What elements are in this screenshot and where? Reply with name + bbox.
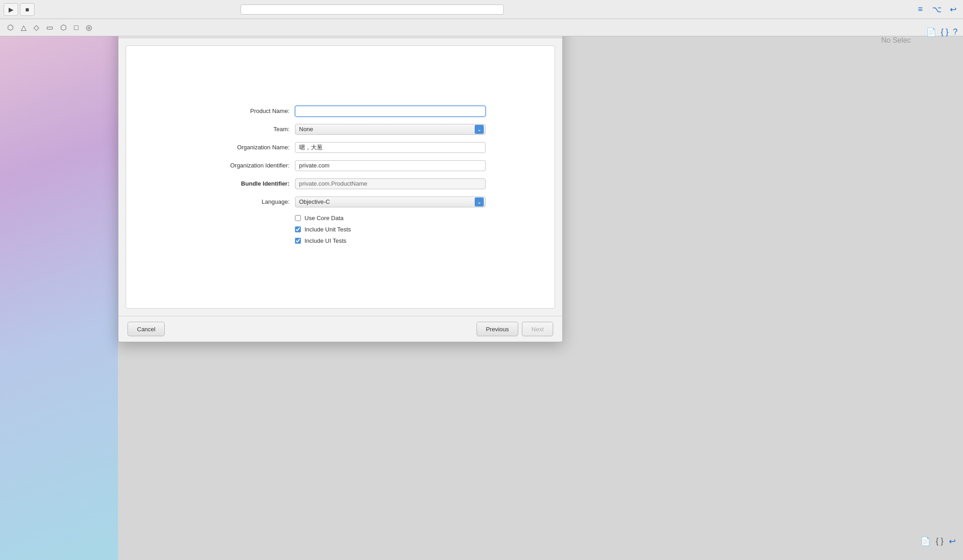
include-unit-tests-label[interactable]: Include Unit Tests: [305, 226, 351, 233]
include-ui-tests-row: Include UI Tests: [295, 237, 486, 244]
language-select[interactable]: Objective-C Swift: [295, 196, 486, 207]
bottom-file-icon[interactable]: 📄: [920, 536, 930, 546]
bottom-right-icons: 📄 { } ↩: [920, 536, 956, 546]
play-button[interactable]: ▶: [4, 3, 18, 16]
org-id-label: Organization Identifier:: [195, 162, 295, 169]
next-button[interactable]: Next: [522, 322, 553, 336]
use-core-data-checkbox[interactable]: [295, 215, 301, 221]
align-icon[interactable]: ≡: [914, 3, 927, 16]
stop-button[interactable]: ■: [20, 3, 34, 16]
enter-icon[interactable]: ↩: [947, 3, 959, 16]
cancel-button[interactable]: Cancel: [128, 322, 165, 336]
toolbar2-icon-6[interactable]: □: [74, 24, 79, 32]
no-selection-text: No Selec: [872, 36, 963, 44]
toolbar2-icon-4[interactable]: ▭: [46, 23, 53, 32]
use-core-data-row: Use Core Data: [295, 215, 486, 221]
use-core-data-label[interactable]: Use Core Data: [305, 215, 344, 221]
play-icon: ▶: [9, 6, 14, 13]
include-unit-tests-row: Include Unit Tests: [295, 226, 486, 233]
product-name-input[interactable]: [295, 106, 486, 117]
team-row: Team: None: [195, 124, 486, 135]
bottom-arrow-icon[interactable]: ↩: [949, 536, 956, 546]
bundle-id-value: private.com.ProductName: [295, 178, 486, 189]
org-name-row: Organization Name:: [195, 142, 486, 153]
project-options-form: Product Name: Team: None Organization Na…: [195, 106, 486, 249]
org-id-row: Organization Identifier:: [195, 160, 486, 171]
bundle-id-row: Bundle Identifier: private.com.ProductNa…: [195, 178, 486, 189]
nav-buttons: Previous Next: [477, 322, 553, 336]
right-panel-question-icon[interactable]: ?: [953, 27, 958, 37]
right-panel-bracket-icon[interactable]: { }: [941, 27, 948, 37]
toolbar-right-icons: ≡ ⌥ ↩: [914, 3, 959, 16]
include-unit-tests-checkbox[interactable]: [295, 226, 301, 232]
toolbar2-icon-3[interactable]: ◇: [34, 23, 39, 32]
language-row: Language: Objective-C Swift: [195, 196, 486, 207]
product-name-label: Product Name:: [195, 108, 295, 114]
toolbar2-icon-7[interactable]: ◎: [86, 23, 92, 32]
main-toolbar: ▶ ■ ≡ ⌥ ↩: [0, 0, 963, 19]
link-icon[interactable]: ⌥: [930, 3, 943, 16]
left-panel-background: [0, 0, 118, 560]
include-ui-tests-label[interactable]: Include UI Tests: [305, 237, 346, 244]
bottom-bracket-icon[interactable]: { }: [936, 536, 943, 546]
toolbar-search-input[interactable]: [241, 5, 504, 15]
stop-icon: ■: [25, 6, 29, 13]
toolbar2-icon-5[interactable]: ⬡: [60, 23, 67, 32]
right-panel-file-icon[interactable]: 📄: [926, 27, 936, 37]
toolbar2-icon-1[interactable]: ⬡: [7, 23, 14, 32]
toolbar2-icon-2[interactable]: △: [21, 23, 26, 32]
product-name-row: Product Name:: [195, 106, 486, 117]
org-name-label: Organization Name:: [195, 144, 295, 151]
org-id-input[interactable]: [295, 160, 486, 171]
dialog-footer: Cancel Previous Next: [118, 316, 562, 342]
dialog-content: Product Name: Team: None Organization Na…: [126, 45, 555, 309]
bundle-id-label: Bundle Identifier:: [195, 180, 295, 187]
org-name-input[interactable]: [295, 142, 486, 153]
team-select[interactable]: None: [295, 124, 486, 135]
include-ui-tests-checkbox[interactable]: [295, 238, 301, 244]
language-label: Language:: [195, 198, 295, 205]
team-label: Team:: [195, 126, 295, 133]
language-select-wrapper: Objective-C Swift: [295, 196, 486, 207]
new-project-dialog: Choose options for your new project: Pro…: [118, 19, 563, 342]
secondary-toolbar: ⬡ △ ◇ ▭ ⬡ □ ◎: [0, 19, 963, 36]
team-select-wrapper: None: [295, 124, 486, 135]
previous-button[interactable]: Previous: [477, 322, 519, 336]
